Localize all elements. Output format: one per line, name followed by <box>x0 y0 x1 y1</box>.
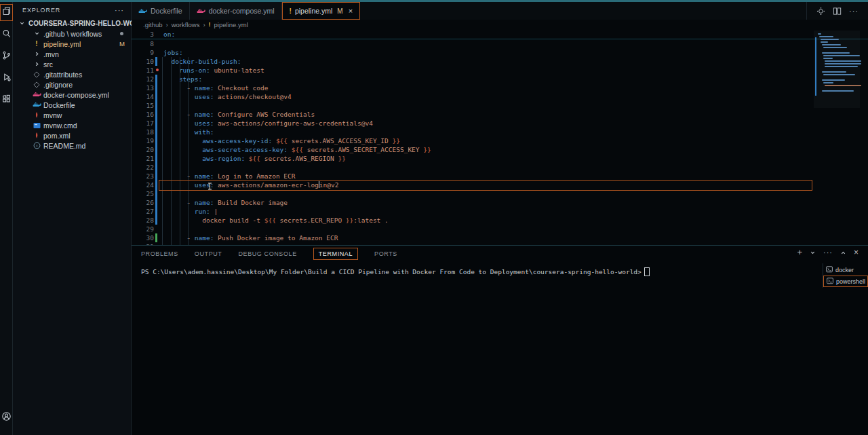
launch-profile-icon[interactable] <box>810 250 816 256</box>
tree-item-root[interactable]: COURSERA-SPRING-HELLO-WORLD <box>13 18 131 29</box>
code-line-29[interactable]: 29 <box>132 225 868 233</box>
tree-item-.mvn[interactable]: .mvn <box>13 49 131 59</box>
close-panel-icon[interactable]: × <box>854 250 859 255</box>
extensions-icon <box>1 94 12 107</box>
explorer-more-actions-icon[interactable]: ··· <box>115 8 124 12</box>
gutter <box>154 101 163 110</box>
tree-item-readme.md[interactable]: README.md <box>13 140 131 151</box>
editor-tab-bar: Dockerfiledocker-compose.yml!pipeline.ym… <box>132 2 868 20</box>
panel-tab-debug-console[interactable]: DEBUG CONSOLE <box>238 250 296 257</box>
more-actions-icon[interactable]: ··· <box>823 249 833 256</box>
terminal-item-docker[interactable]: docker <box>823 265 868 275</box>
tab-close-icon[interactable]: × <box>349 7 353 15</box>
code-line-27[interactable]: 27 run: | <box>132 207 868 216</box>
code-text: docker-build-push: <box>163 57 241 66</box>
terminal-output[interactable]: PS C:\Users\adem.hassine\Desktop\My Fold… <box>141 267 819 276</box>
code-line-10[interactable]: 10 docker-build-push: <box>132 57 868 66</box>
tree-item-label: docker-compose.yml <box>43 91 109 99</box>
gutter <box>154 145 163 154</box>
activity-account[interactable] <box>1 410 12 425</box>
tab-pipeline.yml[interactable]: !pipeline.ymlM× <box>282 2 361 20</box>
panel-tab-output[interactable]: OUTPUT <box>195 250 222 257</box>
tree-item-.gitattributes[interactable]: .gitattributes <box>13 69 131 79</box>
activity-run-debug[interactable] <box>1 71 12 86</box>
new-terminal-icon[interactable]: + <box>797 250 802 255</box>
indent-guide <box>180 57 180 246</box>
code-line-8[interactable]: 8 <box>132 39 868 48</box>
code-line-12[interactable]: 12 steps: <box>132 75 868 83</box>
code-text: on: <box>163 30 175 39</box>
code-line-21[interactable]: 21 aws-region: ${{ secrets.AWS_REGION }} <box>132 154 868 163</box>
tree-item-.github-workflows[interactable]: .github \ workflows <box>13 29 131 39</box>
gutter <box>154 136 163 145</box>
tree-item-src[interactable]: src <box>13 59 131 69</box>
breadcrumb-item[interactable]: .github <box>143 21 163 29</box>
explorer-header: EXPLORER ··· <box>13 2 131 18</box>
more-actions-icon[interactable]: ··· <box>849 7 859 14</box>
sticky-scroll-line[interactable]: 3on: <box>132 29 868 39</box>
tree-item-label: .mvn <box>43 50 59 58</box>
code-line-22[interactable]: 22 <box>132 163 868 172</box>
tree-item-label: pom.xml <box>43 132 71 140</box>
line-number: 8 <box>132 39 154 48</box>
code-line-11[interactable]: 11 runs-on: ubuntu-latest <box>132 66 868 75</box>
code-line-9[interactable]: 9jobs: <box>132 48 868 57</box>
code-text: uses: aws-actions/configure-aws-credenti… <box>163 119 373 128</box>
gutter <box>154 119 163 128</box>
maximize-panel-icon[interactable] <box>840 250 846 256</box>
tab-docker-compose.yml[interactable]: docker-compose.yml <box>190 2 282 20</box>
code-line-28[interactable]: 28 docker build -t ${{ secrets.ECR_REPO … <box>132 216 868 225</box>
code-line-19[interactable]: 19 aws-access-key-id: ${{ secrets.AWS_AC… <box>132 136 868 145</box>
code-line-13[interactable]: 13 - name: Checkout code <box>132 83 868 92</box>
tree-item-mvnw[interactable]: mvnw <box>13 110 131 120</box>
code-line-26[interactable]: 26 - name: Build Docker image <box>132 198 868 207</box>
code-line-30[interactable]: 30 - name: Push Docker image to Amazon E… <box>132 233 868 242</box>
tab-label: pipeline.yml <box>295 7 332 15</box>
activity-search[interactable] <box>1 27 12 43</box>
code-line-20[interactable]: 20 aws-secret-access-key: ${{ secrets.AW… <box>132 145 868 154</box>
code-line-3[interactable]: 3on: <box>132 30 175 39</box>
tree-item-pom.xml[interactable]: pom.xml <box>13 130 131 140</box>
git-gutter-mod <box>155 163 157 172</box>
code-line-14[interactable]: 14 uses: actions/checkout@v4 <box>132 92 868 101</box>
panel-tab-terminal[interactable]: TERMINAL <box>313 248 358 260</box>
breadcrumb-item[interactable]: workflows <box>172 21 200 29</box>
gutter <box>154 92 163 101</box>
split-editor-icon[interactable] <box>833 7 842 16</box>
files-icon <box>1 6 12 19</box>
breadcrumb-separator: › <box>166 21 168 29</box>
gutter <box>154 66 163 75</box>
warning-icon: ! <box>209 21 211 28</box>
panel-tab-ports[interactable]: PORTS <box>374 250 397 257</box>
minimap-slider[interactable] <box>814 31 860 108</box>
code-line-15[interactable]: 15 <box>132 101 868 110</box>
explorer-title: EXPLORER <box>22 7 60 14</box>
panel-tab-problems[interactable]: PROBLEMS <box>141 250 178 257</box>
tree-item-pipeline.yml[interactable]: !pipeline.ymlM <box>13 39 131 49</box>
terminal-item-powershell[interactable]: powershell <box>823 276 868 287</box>
git-gutter-mod <box>155 119 157 128</box>
workflow-warning-icon: ! <box>32 40 41 48</box>
gutter <box>154 128 163 136</box>
gutter <box>154 198 163 207</box>
activity-extensions[interactable] <box>1 92 12 108</box>
code-editor[interactable]: 89jobs:10 docker-build-push:11 runs-on: … <box>132 39 868 246</box>
breadcrumb-item[interactable]: pipeline.yml <box>214 21 248 29</box>
code-line-17[interactable]: 17 uses: aws-actions/configure-aws-crede… <box>132 119 868 128</box>
tree-item-docker-compose.yml[interactable]: docker-compose.yml <box>13 90 131 100</box>
tree-item-.gitignore[interactable]: .gitignore <box>13 79 131 90</box>
open-changes-icon[interactable] <box>816 7 825 16</box>
activity-files[interactable] <box>0 4 13 21</box>
line-number: 28 <box>132 216 154 225</box>
activity-source-control[interactable] <box>1 49 12 64</box>
cmd-icon <box>32 122 41 129</box>
tab-dockerfile[interactable]: Dockerfile <box>132 2 190 20</box>
breadcrumb[interactable]: .github›workflows›!pipeline.yml <box>132 20 868 29</box>
minimap[interactable] <box>818 31 860 108</box>
git-gutter-mod <box>155 110 157 119</box>
tab-label: docker-compose.yml <box>209 7 275 15</box>
code-line-16[interactable]: 16 - name: Configure AWS Credentials <box>132 110 868 119</box>
code-line-18[interactable]: 18 with: <box>132 128 868 136</box>
tree-item-dockerfile[interactable]: Dockerfile <box>13 100 131 110</box>
tree-item-mvnw.cmd[interactable]: mvnw.cmd <box>13 120 131 130</box>
